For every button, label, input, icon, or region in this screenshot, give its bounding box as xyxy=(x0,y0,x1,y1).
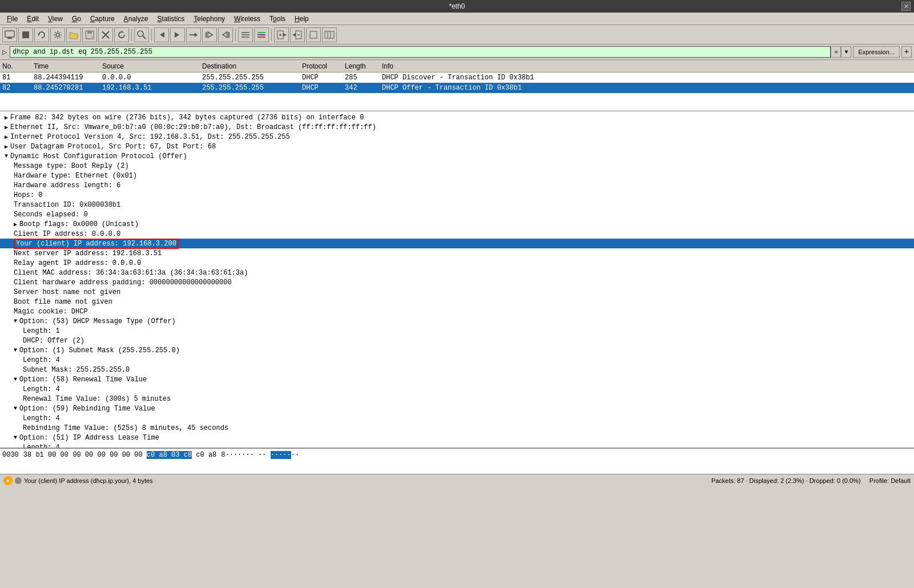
col-header-time[interactable]: Time xyxy=(31,62,100,70)
packet-row[interactable]: 82 88.245270281 192.168.3.51 255.255.255… xyxy=(0,83,914,93)
detail-file[interactable]: Boot file name not given xyxy=(0,297,914,307)
menu-capture[interactable]: Capture xyxy=(86,14,119,24)
col-header-no[interactable]: No. xyxy=(0,62,31,70)
menu-go[interactable]: Go xyxy=(67,14,86,24)
col-header-protocol[interactable]: Protocol xyxy=(300,62,343,70)
detail-magic[interactable]: Magic cookie: DHCP xyxy=(0,307,914,316)
col-header-length[interactable]: Length xyxy=(343,62,380,70)
detail-opt59[interactable]: ▼ Option: (59) Rebinding Time Value xyxy=(0,404,914,413)
toolbar-separator-1 xyxy=(131,29,132,41)
filter-add-button[interactable]: + xyxy=(901,46,912,58)
filter-input[interactable] xyxy=(10,46,831,58)
expand-icon[interactable]: ▶ xyxy=(5,143,8,150)
expand-icon[interactable]: ▼ xyxy=(14,376,17,382)
menu-statistics[interactable]: Statistics xyxy=(152,14,189,24)
detail-frame[interactable]: ▶ Frame 82: 342 bytes on wire (2736 bits… xyxy=(0,112,914,122)
detail-chaddr-pad[interactable]: Client hardware address padding: 0000000… xyxy=(0,277,914,287)
forward-button[interactable] xyxy=(170,27,185,42)
detail-opt1-len[interactable]: Length: 4 xyxy=(0,355,914,365)
detail-ciaddr[interactable]: Client IP address: 0.0.0.0 xyxy=(0,229,914,239)
detail-secs[interactable]: Seconds elapsed: 0 xyxy=(0,210,914,219)
detail-opt53[interactable]: ▼ Option: (53) DHCP Message Type (Offer) xyxy=(0,316,914,326)
detail-xid[interactable]: Transaction ID: 0x000038b1 xyxy=(0,200,914,210)
detail-hw-type[interactable]: Hardware type: Ethernet (0x01) xyxy=(0,171,914,180)
detail-opt59-val[interactable]: Rebinding Time Value: (525s) 8 minutes, … xyxy=(0,423,914,433)
resize-columns-button[interactable] xyxy=(322,27,337,42)
menu-edit[interactable]: Edit xyxy=(22,14,43,24)
detail-udp[interactable]: ▶ User Datagram Protocol, Src Port: 67, … xyxy=(0,142,914,151)
zoom-in-button[interactable] xyxy=(274,27,289,42)
menu-view[interactable]: View xyxy=(43,14,67,24)
detail-dhcp[interactable]: ▼ Dynamic Host Configuration Protocol (O… xyxy=(0,151,914,161)
last-button[interactable] xyxy=(218,27,233,42)
filter-dropdown-button[interactable]: ▼ xyxy=(841,46,851,58)
detail-chaddr[interactable]: Client MAC address: 36:34:3a:63:61:3a (3… xyxy=(0,268,914,277)
first-button[interactable] xyxy=(202,27,217,42)
detail-opt58-val[interactable]: Renewal Time Value: (300s) 5 minutes xyxy=(0,394,914,404)
jump-button[interactable] xyxy=(186,27,201,42)
expand-icon[interactable]: ▶ xyxy=(5,134,8,140)
find-button[interactable] xyxy=(134,27,149,42)
detail-flags[interactable]: ▶ Bootp flags: 0x0000 (Unicast) xyxy=(0,219,914,229)
interface-button[interactable] xyxy=(2,27,17,42)
back-button[interactable] xyxy=(154,27,169,42)
menu-analyze[interactable]: Analyze xyxy=(119,14,153,24)
col-header-destination[interactable]: Destination xyxy=(200,62,300,70)
packet-list-header: No. Time Source Destination Protocol Len… xyxy=(0,60,914,73)
colorize-button[interactable] xyxy=(254,27,269,42)
expand-icon[interactable]: ▶ xyxy=(5,114,8,121)
menu-help[interactable]: Help xyxy=(290,14,313,24)
svg-rect-0 xyxy=(5,31,14,37)
detail-yiaddr[interactable]: Your (client) IP address: 192.168.3.200 xyxy=(0,239,914,248)
expand-icon[interactable]: ▼ xyxy=(14,318,17,324)
detail-text: Seconds elapsed: 0 xyxy=(14,211,88,219)
expand-icon[interactable]: ▼ xyxy=(5,153,8,159)
menu-wireless[interactable]: Wireless xyxy=(229,14,265,24)
menu-tools[interactable]: Tools xyxy=(265,14,290,24)
expand-icon[interactable]: ▼ xyxy=(14,405,17,412)
close-file-button[interactable] xyxy=(98,27,113,42)
detail-opt59-len[interactable]: Length: 4 xyxy=(0,413,914,423)
expand-icon[interactable]: ▶ xyxy=(5,124,8,131)
hex-highlighted: c0 a8 03 c8 xyxy=(147,451,192,459)
normal-size-button[interactable] xyxy=(306,27,321,42)
menu-file[interactable]: File xyxy=(2,14,22,24)
menu-telephony[interactable]: Telephony xyxy=(189,14,229,24)
detail-opt58-len[interactable]: Length: 4 xyxy=(0,384,914,394)
detail-ethernet[interactable]: ▶ Ethernet II, Src: Vmware_b0:b7:a0 (00:… xyxy=(0,122,914,132)
detail-opt1[interactable]: ▼ Option: (1) Subnet Mask (255.255.255.0… xyxy=(0,345,914,355)
packet-detail[interactable]: ▶ Frame 82: 342 bytes on wire (2736 bits… xyxy=(0,111,914,448)
window-close-button[interactable]: ✕ xyxy=(901,2,911,11)
expression-button[interactable]: Expression... xyxy=(853,46,900,58)
expand-icon[interactable]: ▶ xyxy=(14,221,17,228)
detail-hops[interactable]: Hops: 0 xyxy=(0,190,914,200)
open-button[interactable] xyxy=(66,27,81,42)
detail-opt53-len[interactable]: Length: 1 xyxy=(0,326,914,336)
detail-ip[interactable]: ▶ Internet Protocol Version 4, Src: 192.… xyxy=(0,132,914,142)
detail-opt1-val[interactable]: Subnet Mask: 255.255.255.0 xyxy=(0,365,914,374)
detail-opt51-len[interactable]: Length: 4 xyxy=(0,442,914,448)
zoom-out-button[interactable] xyxy=(290,27,305,42)
col-header-info[interactable]: Info xyxy=(380,62,914,70)
detail-msg-type[interactable]: Message type: Boot Reply (2) xyxy=(0,161,914,171)
packet-info: DHCP Discover - Transaction ID 0x38b1 xyxy=(380,74,914,82)
restart-button[interactable] xyxy=(34,27,49,42)
packet-row[interactable]: 81 88.244394119 0.0.0.0 255.255.255.255 … xyxy=(0,73,914,83)
save-button[interactable] xyxy=(82,27,97,42)
detail-opt53-val[interactable]: DHCP: Offer (2) xyxy=(0,336,914,345)
reload-button[interactable] xyxy=(114,27,129,42)
stop-button[interactable] xyxy=(18,27,33,42)
filter-clear-button[interactable]: ✕ xyxy=(831,46,841,58)
detail-siaddr[interactable]: Next server IP address: 192.168.3.51 xyxy=(0,248,914,258)
detail-sname[interactable]: Server host name not given xyxy=(0,287,914,297)
packet-no: 82 xyxy=(0,84,31,92)
detail-opt51[interactable]: ▼ Option: (51) IP Address Lease Time xyxy=(0,433,914,442)
col-header-source[interactable]: Source xyxy=(100,62,200,70)
detail-giaddr[interactable]: Relay agent IP address: 0.0.0.0 xyxy=(0,258,914,268)
detail-opt58[interactable]: ▼ Option: (58) Renewal Time Value xyxy=(0,374,914,384)
expand-icon[interactable]: ▼ xyxy=(14,434,17,441)
options-button[interactable] xyxy=(50,27,65,42)
expand-icon[interactable]: ▼ xyxy=(14,347,17,353)
detail-hw-len[interactable]: Hardware address length: 6 xyxy=(0,180,914,190)
autoscroll-button[interactable] xyxy=(238,27,253,42)
